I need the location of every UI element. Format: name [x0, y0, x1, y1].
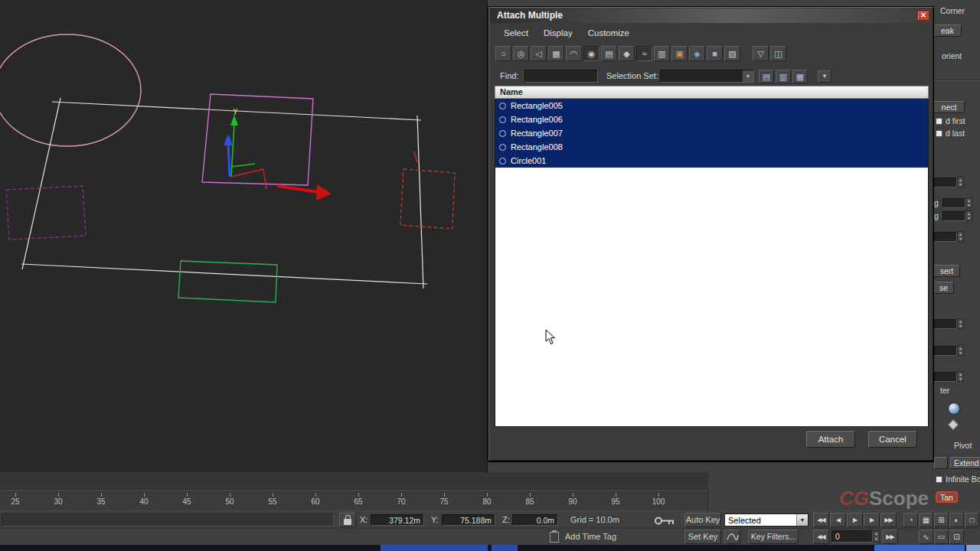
- auto-key-button[interactable]: Auto Key: [684, 513, 721, 527]
- add-selected-icon[interactable]: ▥: [776, 70, 791, 83]
- infinite-bounds-checkbox[interactable]: Infinite Bounds: [936, 474, 980, 484]
- percent-snap-icon[interactable]: □: [965, 513, 979, 527]
- viewport-red-rectangle-shape[interactable]: [400, 169, 455, 229]
- list-item[interactable]: Rectangle007: [495, 126, 928, 140]
- angle-snap-icon[interactable]: ◐: [949, 513, 964, 527]
- break-button[interactable]: eak: [934, 24, 962, 37]
- spinner-arrows[interactable]: ▲▼: [957, 371, 964, 382]
- threshold-spinner[interactable]: ▲▼: [934, 231, 964, 242]
- extend-button-label[interactable]: Extend: [950, 457, 980, 469]
- chevron-down-icon[interactable]: ▼: [742, 70, 753, 82]
- display-groups-icon[interactable]: ▥: [654, 46, 670, 61]
- viewport-purple-rectangle-shape[interactable]: [6, 186, 86, 240]
- display-lights-icon[interactable]: ◉: [583, 46, 599, 61]
- selection-lock-icon[interactable]: [339, 513, 356, 527]
- menu-display[interactable]: Display: [536, 24, 580, 42]
- spinner-field[interactable]: [934, 346, 957, 356]
- taskbar-item[interactable]: [874, 545, 965, 551]
- spinner-arrows[interactable]: ▲▼: [965, 197, 972, 208]
- spinner-arrows[interactable]: ▲▼: [957, 345, 964, 356]
- time-ruler[interactable]: 253035404550556065707580859095100: [0, 490, 708, 510]
- connect-button[interactable]: nect: [934, 101, 965, 113]
- new-key-mode-icon[interactable]: [724, 530, 740, 544]
- key-set-combo[interactable]: Selected ▼: [724, 514, 808, 527]
- spinner-field[interactable]: [934, 372, 957, 382]
- amount-spinner[interactable]: ▲▼: [934, 371, 964, 382]
- taskbar-item[interactable]: [492, 545, 518, 551]
- display-bones-icon[interactable]: ◈: [689, 46, 705, 61]
- subtract-selected-icon[interactable]: ▦: [792, 70, 808, 83]
- taskbar-item[interactable]: [381, 545, 488, 551]
- display-hidden-icon[interactable]: ▨: [724, 46, 740, 61]
- end-offset-spinner[interactable]: g▲▼: [934, 210, 972, 221]
- time-config-icon[interactable]: ◔: [903, 513, 918, 527]
- steps-spinner[interactable]: ▲▼: [934, 345, 964, 356]
- display-cameras-icon[interactable]: ▤: [601, 46, 617, 61]
- bind-first-checkbox[interactable]: d first: [936, 116, 965, 126]
- display-frozen-icon[interactable]: ■: [707, 46, 723, 61]
- sphere-tool-icon[interactable]: [948, 403, 960, 415]
- edit-named-selections-icon[interactable]: ▤: [759, 70, 774, 83]
- spinner-arrows[interactable]: ▲▼: [957, 177, 964, 187]
- viewport-green-rectangle-shape[interactable]: [178, 261, 277, 302]
- set-key-button[interactable]: Set Key: [684, 530, 721, 544]
- select-by-name-icon[interactable]: ◎: [513, 46, 529, 61]
- taskbar-clock[interactable]: [966, 545, 980, 551]
- checkbox[interactable]: [936, 118, 942, 125]
- go-to-end-icon[interactable]: ▶▶: [882, 530, 898, 544]
- menu-select[interactable]: Select: [496, 24, 536, 42]
- grid-snap-icon[interactable]: ▦: [919, 513, 933, 527]
- z-coordinate-field[interactable]: 0.0m: [512, 514, 558, 526]
- filter-list-icon[interactable]: ◫: [770, 46, 786, 61]
- select-object-icon[interactable]: ○: [495, 46, 511, 61]
- go-to-start-icon[interactable]: ◀◀: [813, 513, 829, 527]
- display-helpers-icon[interactable]: ◆: [619, 46, 635, 61]
- list-item[interactable]: Rectangle006: [495, 112, 928, 126]
- snap-toggle-icon[interactable]: ⊞: [934, 513, 949, 527]
- spinner-arrows[interactable]: ▲▼: [957, 231, 964, 242]
- list-column-header-name[interactable]: Name: [495, 86, 929, 99]
- display-spacewarps-icon[interactable]: ≈: [636, 46, 652, 61]
- weld-threshold-spinner[interactable]: ▲▼: [934, 177, 964, 187]
- list-item[interactable]: Rectangle005: [495, 99, 928, 112]
- viewport-circle-shape[interactable]: [0, 34, 141, 146]
- display-shapes-icon[interactable]: ◠: [566, 46, 582, 61]
- go-to-end-icon[interactable]: ▶▶: [880, 513, 897, 527]
- spinner-field[interactable]: [942, 198, 965, 208]
- selection-set-combo[interactable]: ▼: [660, 70, 754, 83]
- find-input[interactable]: [524, 70, 598, 83]
- select-invert-icon[interactable]: ◁: [531, 46, 547, 61]
- divisions-spinner[interactable]: ▲▼: [934, 318, 964, 329]
- spinner-field[interactable]: [934, 178, 957, 187]
- bind-last-checkbox[interactable]: d last: [936, 129, 965, 138]
- list-item[interactable]: Circle001: [495, 154, 928, 168]
- spinner-field[interactable]: [934, 232, 957, 242]
- os-taskbar[interactable]: [0, 545, 980, 551]
- go-to-start-icon[interactable]: ◀◀: [813, 530, 829, 544]
- fuse-button[interactable]: se: [934, 282, 954, 294]
- viewport[interactable]: y: [0, 0, 488, 472]
- cut-button[interactable]: [934, 457, 948, 469]
- menu-customize[interactable]: Customize: [580, 24, 637, 42]
- spinner-arrows[interactable]: ▲▼: [965, 210, 972, 221]
- list-item[interactable]: Rectangle008: [495, 140, 928, 154]
- display-containers-icon[interactable]: ▣: [671, 46, 688, 61]
- spinner-field[interactable]: [934, 319, 957, 329]
- attach-button[interactable]: Attach: [806, 431, 855, 448]
- mini-listener-icon[interactable]: ▭: [934, 530, 949, 544]
- add-time-tag-button[interactable]: Add Time Tag: [565, 532, 616, 541]
- y-coordinate-field[interactable]: 75.188m: [442, 514, 495, 526]
- insert-button[interactable]: sert: [934, 265, 960, 277]
- dialog-titlebar[interactable]: Attach Multiple ✕: [490, 8, 932, 23]
- previous-frame-icon[interactable]: ◀: [830, 513, 846, 527]
- toolbar-overflow-icon[interactable]: ▼: [818, 70, 831, 83]
- isolate-icon[interactable]: ⊡: [949, 530, 964, 544]
- next-frame-icon[interactable]: ▶: [864, 513, 880, 527]
- play-icon[interactable]: ▶: [847, 513, 863, 527]
- checkbox[interactable]: [936, 476, 942, 483]
- scene-object-list[interactable]: Rectangle005Rectangle006Rectangle007Rect…: [495, 99, 929, 427]
- current-frame-field[interactable]: 0: [831, 530, 873, 543]
- spinner-arrows[interactable]: ▲▼: [957, 318, 964, 329]
- chevron-down-icon[interactable]: ▼: [796, 514, 808, 526]
- x-coordinate-field[interactable]: 379.12m: [371, 514, 424, 526]
